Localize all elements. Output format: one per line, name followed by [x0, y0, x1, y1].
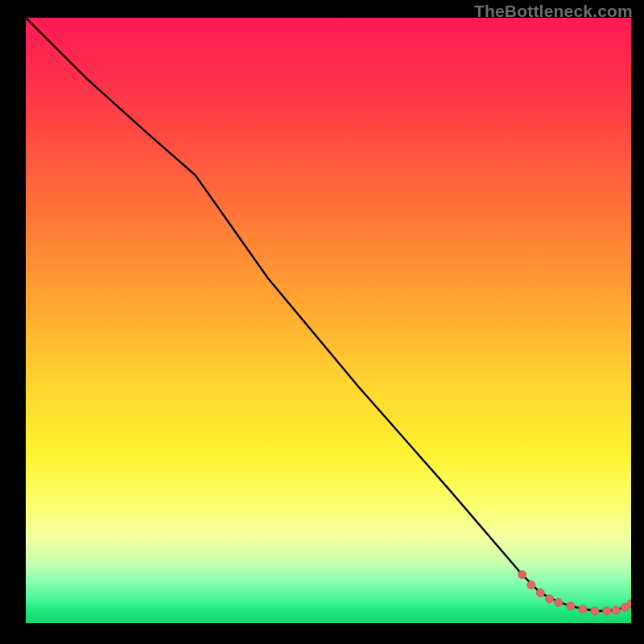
plot-area [26, 18, 631, 623]
watermark-text: TheBottleneck.com [474, 2, 633, 21]
chart-frame: TheBottleneck.com [0, 0, 644, 644]
